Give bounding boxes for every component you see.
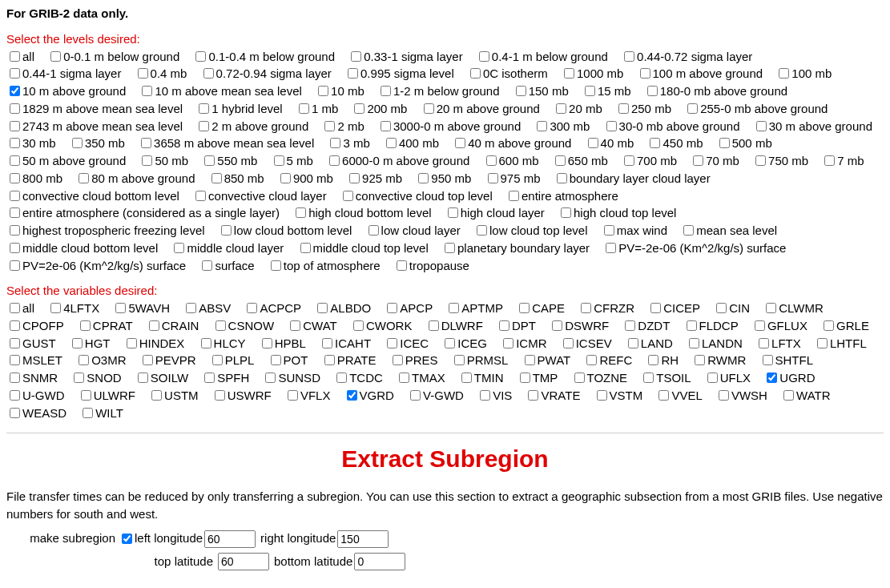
var-item[interactable]: GRLE bbox=[820, 319, 869, 332]
make-subregion-checkbox[interactable] bbox=[122, 534, 132, 544]
var-item[interactable]: HPBL bbox=[259, 336, 306, 350]
level-item[interactable]: 750 mb bbox=[752, 154, 808, 167]
level-checkbox[interactable] bbox=[330, 138, 340, 148]
var-item[interactable]: UGRD bbox=[763, 371, 815, 385]
level-checkbox[interactable] bbox=[348, 68, 358, 79]
var-item[interactable]: TOZNE bbox=[571, 371, 628, 385]
level-item[interactable]: 20 m above ground bbox=[421, 102, 540, 115]
var-checkbox[interactable] bbox=[322, 338, 332, 348]
level-checkbox[interactable] bbox=[274, 155, 284, 166]
level-checkbox[interactable] bbox=[537, 121, 547, 131]
var-checkbox[interactable] bbox=[138, 373, 148, 383]
var-item[interactable]: ICAHT bbox=[319, 336, 371, 350]
level-checkbox[interactable] bbox=[299, 103, 309, 114]
var-item[interactable]: RWMR bbox=[691, 353, 746, 367]
var-checkbox[interactable] bbox=[262, 338, 272, 348]
level-item[interactable]: 150 mb bbox=[513, 84, 569, 98]
level-item[interactable]: 0.72-0.94 sigma layer bbox=[200, 66, 332, 80]
var-item[interactable]: CPRAT bbox=[77, 319, 133, 332]
level-checkbox[interactable] bbox=[397, 260, 407, 271]
var-item[interactable]: PRES bbox=[389, 353, 438, 367]
var-item[interactable]: 4LFTX bbox=[47, 301, 99, 315]
level-checkbox[interactable] bbox=[10, 260, 20, 271]
var-checkbox[interactable] bbox=[10, 338, 20, 348]
var-item[interactable]: SHTFL bbox=[759, 353, 814, 367]
var-checkbox[interactable] bbox=[525, 355, 535, 365]
level-item[interactable]: 850 mb bbox=[208, 171, 264, 185]
var-checkbox[interactable] bbox=[399, 373, 409, 383]
var-item[interactable]: CRAIN bbox=[146, 319, 199, 332]
var-checkbox[interactable] bbox=[719, 390, 729, 401]
level-checkbox[interactable] bbox=[203, 68, 214, 79]
var-checkbox[interactable] bbox=[10, 408, 20, 418]
level-item[interactable]: 0-0.1 m below ground bbox=[47, 50, 179, 63]
level-checkbox[interactable] bbox=[368, 225, 379, 236]
var-item[interactable]: CSNOW bbox=[212, 319, 275, 332]
level-item[interactable]: 0.44-1 sigma layer bbox=[6, 66, 121, 80]
level-item[interactable]: high cloud layer bbox=[445, 206, 545, 219]
var-item[interactable]: REFC bbox=[583, 353, 632, 367]
level-checkbox[interactable] bbox=[199, 121, 209, 131]
var-checkbox[interactable] bbox=[625, 320, 635, 331]
var-checkbox[interactable] bbox=[650, 303, 661, 313]
var-item[interactable]: PEVPR bbox=[139, 353, 196, 367]
var-item[interactable]: CWAT bbox=[287, 319, 337, 332]
level-item[interactable]: 200 mb bbox=[351, 102, 407, 115]
level-checkbox[interactable] bbox=[280, 173, 291, 183]
var-item[interactable]: HGT bbox=[69, 336, 111, 350]
level-item[interactable]: top of atmosphere bbox=[268, 259, 381, 272]
level-checkbox[interactable] bbox=[221, 225, 232, 236]
var-checkbox[interactable] bbox=[499, 320, 509, 331]
level-checkbox[interactable] bbox=[647, 86, 658, 96]
var-item[interactable]: WATR bbox=[780, 389, 831, 402]
level-item[interactable]: 30 m above ground bbox=[753, 119, 872, 133]
var-checkbox[interactable] bbox=[387, 338, 397, 348]
var-checkbox[interactable] bbox=[586, 355, 597, 365]
var-item[interactable]: ACPCP bbox=[244, 301, 301, 315]
var-item[interactable]: TCDC bbox=[333, 371, 383, 385]
level-checkbox[interactable] bbox=[418, 173, 429, 183]
level-item[interactable]: 50 mb bbox=[139, 154, 188, 167]
var-item[interactable]: LAND bbox=[625, 336, 673, 350]
var-item[interactable]: TMIN bbox=[458, 371, 504, 385]
var-checkbox[interactable] bbox=[317, 303, 328, 313]
level-item[interactable]: 3000-0 m above ground bbox=[377, 119, 521, 133]
level-checkbox[interactable] bbox=[555, 155, 566, 166]
level-checkbox[interactable] bbox=[381, 86, 391, 96]
level-checkbox[interactable] bbox=[516, 86, 526, 96]
var-item[interactable]: PLPL bbox=[209, 353, 255, 367]
leftlon-input[interactable] bbox=[204, 530, 256, 548]
level-checkbox[interactable] bbox=[756, 121, 767, 131]
level-item[interactable]: 50 m above ground bbox=[6, 154, 126, 167]
var-item[interactable]: ULWRF bbox=[78, 389, 135, 402]
level-checkbox[interactable] bbox=[624, 51, 634, 62]
var-checkbox[interactable] bbox=[186, 303, 196, 313]
var-checkbox[interactable] bbox=[563, 338, 574, 348]
level-item[interactable]: 3658 m above mean sea level bbox=[138, 136, 314, 150]
level-checkbox[interactable] bbox=[300, 243, 311, 253]
level-item[interactable]: highest tropospheric freezing level bbox=[6, 224, 205, 237]
level-item[interactable]: 1000 mb bbox=[561, 66, 623, 80]
level-checkbox[interactable] bbox=[10, 138, 20, 148]
var-checkbox[interactable] bbox=[80, 320, 91, 331]
var-item[interactable]: CLWMR bbox=[763, 301, 824, 315]
level-checkbox[interactable] bbox=[588, 138, 598, 148]
var-item[interactable]: RH bbox=[645, 353, 679, 367]
level-item[interactable]: 6000-0 m above ground bbox=[326, 154, 469, 167]
var-checkbox[interactable] bbox=[271, 355, 281, 365]
var-checkbox[interactable] bbox=[429, 320, 439, 331]
var-item[interactable]: MSLET bbox=[6, 353, 62, 367]
var-checkbox[interactable] bbox=[10, 373, 20, 383]
var-item[interactable]: SNMR bbox=[6, 371, 58, 385]
level-item[interactable]: 350 mb bbox=[69, 136, 125, 150]
level-checkbox[interactable] bbox=[10, 173, 20, 183]
level-item[interactable]: 7 mb bbox=[821, 154, 864, 167]
level-checkbox[interactable] bbox=[650, 138, 660, 148]
level-item[interactable]: 550 mb bbox=[201, 154, 257, 167]
level-item[interactable]: 100 m above ground bbox=[637, 66, 763, 80]
level-item[interactable]: tropopause bbox=[393, 259, 469, 272]
var-checkbox[interactable] bbox=[767, 373, 777, 383]
var-checkbox[interactable] bbox=[449, 303, 459, 313]
level-item[interactable]: 10 mb bbox=[315, 84, 364, 98]
var-item[interactable]: LANDN bbox=[686, 336, 743, 350]
